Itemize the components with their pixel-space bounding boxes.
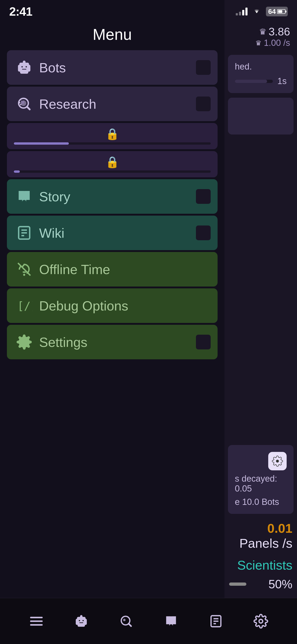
svg-point-2	[20, 104, 22, 105]
menu-item-bots[interactable]: Bots	[7, 50, 218, 85]
content-text: hed.	[235, 62, 252, 72]
nav-research-button[interactable]	[115, 610, 138, 633]
nav-wiki-button[interactable]	[204, 610, 228, 633]
decayed-stat: s decayed: 0.05	[235, 474, 287, 494]
bot-icon	[14, 57, 34, 78]
wiki-label: Wiki	[39, 225, 196, 241]
decayed-value: 0.05	[235, 484, 252, 493]
wifi-icon	[252, 7, 262, 16]
scientists-label: Scientists	[237, 558, 292, 572]
panels-value: 0.01	[267, 521, 292, 536]
nav-menu-button[interactable]	[25, 610, 48, 633]
right-empty-box	[228, 98, 294, 134]
lock-item-1: 🔒	[7, 123, 218, 149]
bots-label: Bots	[39, 60, 196, 75]
menu-item-offline[interactable]: Offline Time	[7, 252, 218, 286]
bottom-nav	[0, 598, 297, 644]
status-bar: 2:41 64	[0, 0, 297, 23]
right-panel: ♛ 3.86 ♛ 1.00 /s hed. 1s s decayed: 0.05	[224, 0, 297, 644]
story-label: Story	[39, 189, 196, 204]
settings-badge	[196, 335, 211, 350]
lock-item-2: 🔒	[7, 151, 218, 177]
lock-icon-1: 🔒	[106, 128, 119, 140]
panels-label: Panels /s	[240, 536, 292, 550]
svg-point-16	[259, 619, 263, 623]
settings-label: Settings	[39, 334, 196, 350]
research-label: Research	[39, 96, 196, 112]
nav-bots-button[interactable]	[70, 610, 93, 633]
menu-item-debug[interactable]: [/] Debug Options	[7, 288, 218, 323]
right-settings-box: s decayed: 0.05 e 10.0 Bots	[228, 445, 294, 514]
wiki-icon	[14, 222, 34, 243]
settings-gear-button[interactable]	[268, 452, 287, 470]
signal-icon	[236, 8, 248, 16]
percent-fill	[229, 582, 246, 586]
svg-text:[/]: [/]	[17, 300, 32, 312]
nav-story-button[interactable]	[160, 610, 182, 633]
right-content-box-1: hed. 1s	[228, 55, 294, 93]
svg-point-8	[23, 274, 25, 276]
content-progress: 1s	[235, 76, 287, 86]
story-badge	[196, 189, 211, 204]
menu-items-list: Bots Research 🔒	[0, 50, 224, 361]
debug-icon: [/]	[14, 295, 34, 316]
nav-settings-button[interactable]	[249, 610, 272, 633]
panels-line: 0.01 Panels /s	[224, 516, 297, 555]
menu-item-wiki[interactable]: Wiki	[7, 216, 218, 250]
status-icons: 64	[236, 7, 288, 16]
percent-bar	[229, 582, 264, 586]
stat-sub-value: 1.00 /s	[264, 38, 290, 48]
book-icon	[14, 186, 34, 207]
offline-icon	[14, 259, 34, 280]
svg-point-11	[123, 619, 126, 621]
research-icon	[14, 94, 34, 114]
left-menu-panel: Menu Bots	[0, 0, 224, 644]
bots-label: e 10.0 Bots	[235, 497, 279, 507]
battery-percent: 64	[268, 8, 276, 16]
lock-progress-1	[14, 142, 211, 145]
wiki-badge	[196, 226, 211, 240]
scientists-line: Scientists	[224, 555, 297, 575]
percent-value: 50%	[268, 577, 292, 591]
decayed-label: s decayed:	[235, 474, 277, 484]
content-progress-fill	[235, 80, 267, 83]
status-time: 2:41	[9, 4, 32, 18]
content-timer: 1s	[278, 76, 287, 86]
battery-icon: 64	[266, 7, 288, 16]
settings-icon	[14, 332, 34, 352]
percent-line: 50%	[224, 575, 297, 593]
menu-item-research[interactable]: Research	[7, 86, 218, 121]
debug-label: Debug Options	[39, 298, 211, 314]
lock-progress-2	[14, 170, 211, 173]
main-stat-value: 3.86	[269, 25, 290, 38]
bots-badge	[196, 60, 211, 75]
menu-item-settings[interactable]: Settings	[7, 325, 218, 359]
research-badge	[196, 96, 211, 111]
bots-stat: e 10.0 Bots	[235, 497, 287, 507]
offline-label: Offline Time	[39, 262, 211, 277]
menu-item-story[interactable]: Story	[7, 179, 218, 214]
lock-icon-2: 🔒	[106, 156, 119, 168]
content-progress-bar	[235, 80, 273, 83]
